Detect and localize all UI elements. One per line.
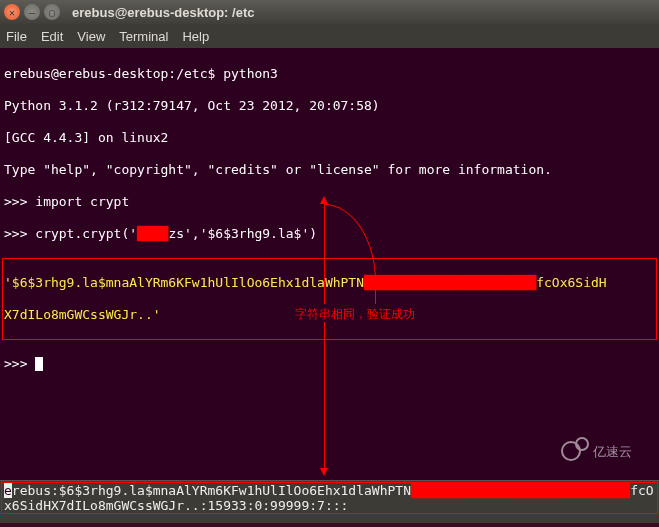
annotation-curve bbox=[324, 204, 376, 304]
close-icon[interactable]: ✕ bbox=[4, 4, 20, 20]
terminal-line: >>> bbox=[4, 356, 655, 372]
menu-view[interactable]: View bbox=[77, 29, 105, 44]
terminal-line: Type "help", "copyright", "credits" or "… bbox=[4, 162, 655, 178]
menu-help[interactable]: Help bbox=[182, 29, 209, 44]
watermark: 亿速云 bbox=[561, 437, 641, 467]
command-text: import crypt bbox=[35, 194, 129, 209]
terminal-line: erebus@erebus-desktop:/etc$ python3 bbox=[4, 66, 655, 82]
redacted-text: ██████████████████████ bbox=[364, 275, 536, 290]
arrow-up-icon bbox=[320, 196, 328, 204]
minimize-icon[interactable]: – bbox=[24, 4, 40, 20]
command-text: zs','$6$3rhg9.la$') bbox=[168, 226, 317, 241]
shadow-text: rebus:$6$3rhg9.la$mnaAlYRm6KFw1hUlIlOo6E… bbox=[12, 483, 411, 498]
watermark-text: 亿速云 bbox=[593, 443, 632, 461]
arrow-down-icon bbox=[320, 468, 328, 476]
hash-output: '$6$3rhg9.la$mnaAlYRm6KFw1hUlIlOo6Ehx1dl… bbox=[4, 275, 364, 290]
prompt: erebus@erebus-desktop:/etc$ bbox=[4, 66, 223, 81]
terminal-line: Python 3.1.2 (r312:79147, Oct 23 2012, 2… bbox=[4, 98, 655, 114]
window-title: erebus@erebus-desktop: /etc bbox=[72, 5, 254, 20]
annotation-line bbox=[324, 322, 325, 470]
redacted-text: ████ bbox=[137, 226, 168, 241]
shadow-text: fcO bbox=[630, 483, 653, 498]
maximize-icon[interactable]: ▢ bbox=[44, 4, 60, 20]
redacted-text: ████████████████████████████ bbox=[411, 483, 630, 498]
menu-terminal[interactable]: Terminal bbox=[119, 29, 168, 44]
python-prompt: >>> bbox=[4, 226, 35, 241]
menubar: File Edit View Terminal Help bbox=[0, 24, 659, 48]
selection-highlight: e bbox=[4, 483, 12, 498]
annotation-label: 字符串相同，验证成功 bbox=[295, 306, 415, 322]
python-prompt: >>> bbox=[4, 356, 35, 371]
shadow-entry-box: erebus:$6$3rhg9.la$mnaAlYRm6KFw1hUlIlOo6… bbox=[1, 482, 658, 514]
menu-edit[interactable]: Edit bbox=[41, 29, 63, 44]
status-panel: erebus:$6$3rhg9.la$mnaAlYRm6KFw1hUlIlOo6… bbox=[0, 480, 659, 523]
command-text: crypt.crypt(' bbox=[35, 226, 137, 241]
window-titlebar: ✕ – ▢ erebus@erebus-desktop: /etc bbox=[0, 0, 659, 24]
cursor bbox=[35, 357, 43, 371]
command-text: python3 bbox=[223, 66, 278, 81]
hash-output: fcOx6SidH bbox=[536, 275, 606, 290]
menu-file[interactable]: File bbox=[6, 29, 27, 44]
terminal-line: [GCC 4.4.3] on linux2 bbox=[4, 130, 655, 146]
shadow-text: x6SidHX7dILo8mGWCssWGJr..:15933:0:99999:… bbox=[4, 498, 348, 513]
terminal-viewport[interactable]: erebus@erebus-desktop:/etc$ python3 Pyth… bbox=[0, 48, 659, 480]
python-prompt: >>> bbox=[4, 194, 35, 209]
